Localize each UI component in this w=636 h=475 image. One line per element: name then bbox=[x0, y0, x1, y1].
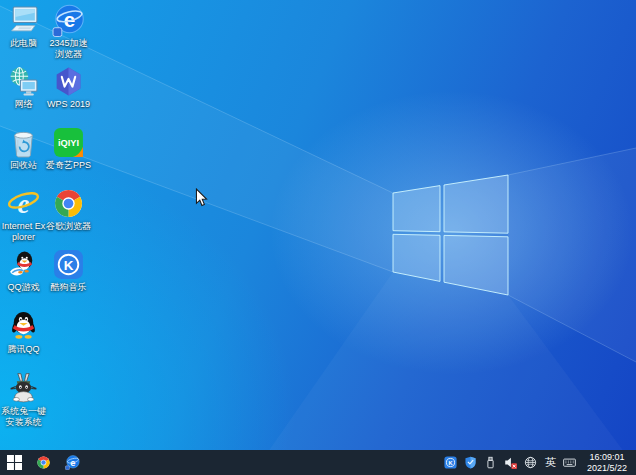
svg-text:K: K bbox=[64, 258, 74, 273]
taskbar-clock[interactable]: 16:09:01 2021/5/22 bbox=[583, 452, 631, 473]
taskbar-buttons: e bbox=[0, 450, 87, 475]
desktop-icon-tencent-qq[interactable]: 腾讯QQ bbox=[1, 310, 46, 355]
desktop-icon-label: 2345加速浏览器 bbox=[46, 38, 91, 60]
desktop-icon-label: 谷歌浏览器 bbox=[46, 221, 91, 232]
system-tray: K 英 16:09:01 2021/5/22 bbox=[444, 450, 636, 475]
desktop-icon-label: 回收站 bbox=[1, 160, 46, 171]
desktop-icon-label: QQ游戏 bbox=[1, 282, 46, 293]
wps-icon bbox=[52, 65, 85, 98]
desktop-icon-label: 系统兔一键安装系统 bbox=[1, 406, 46, 428]
chrome-icon bbox=[52, 187, 85, 220]
volume-muted-icon[interactable] bbox=[504, 456, 518, 470]
mouse-cursor bbox=[195, 188, 208, 208]
start-icon bbox=[7, 455, 22, 470]
desktop-icon-label: 网络 bbox=[1, 99, 46, 110]
taskbar-button-chrome[interactable] bbox=[29, 450, 58, 475]
desktop-icon-this-pc[interactable]: 此电脑 bbox=[1, 4, 46, 49]
taskbar-button-start[interactable] bbox=[0, 450, 29, 475]
desktop-icon-kugou-music[interactable]: K 酷狗音乐 bbox=[46, 248, 91, 293]
chrome-icon bbox=[36, 455, 51, 470]
rabbit-icon bbox=[7, 372, 40, 405]
desktop-icon-label: 此电脑 bbox=[1, 38, 46, 49]
network-globe-icon[interactable] bbox=[524, 456, 538, 470]
this-pc-icon bbox=[7, 4, 40, 37]
desktop-icon-label: WPS 2019 bbox=[46, 99, 91, 110]
desktop-icon-label: 腾讯QQ bbox=[1, 344, 46, 355]
desktop-icon-wps-2019[interactable]: WPS 2019 bbox=[46, 65, 91, 110]
clock-date: 2021/5/22 bbox=[587, 463, 627, 474]
desktop-icon-recycle-bin[interactable]: 回收站 bbox=[1, 126, 46, 171]
qq-icon bbox=[7, 310, 40, 343]
desktop-icon-internet-explorer[interactable]: e Internet Explorer bbox=[1, 187, 46, 243]
desktop-icon-qq-games[interactable]: QQ游戏 bbox=[1, 248, 46, 293]
desktop-icon-label: Internet Explorer bbox=[1, 221, 46, 243]
ime-indicator[interactable]: 英 bbox=[544, 450, 557, 475]
taskbar-button-2345-browser[interactable]: e bbox=[58, 450, 87, 475]
desktop-icon-label: 酷狗音乐 bbox=[46, 282, 91, 293]
kugou-icon: K bbox=[52, 248, 85, 281]
desktop-icon-label: 爱奇艺PPS bbox=[46, 160, 91, 171]
ie-icon: e bbox=[7, 187, 40, 220]
clock-time: 16:09:01 bbox=[587, 452, 627, 463]
e2345-icon: e bbox=[52, 4, 85, 37]
desktop: 此电脑 网络 回收站 e Internet Explorer QQ游戏 腾讯QQ… bbox=[0, 0, 636, 475]
security-shield-icon[interactable] bbox=[464, 456, 478, 470]
recycle-bin-icon bbox=[7, 126, 40, 159]
desktop-icon-2345-browser[interactable]: e 2345加速浏览器 bbox=[46, 4, 91, 60]
network-icon bbox=[7, 65, 40, 98]
qq-game-icon bbox=[7, 248, 40, 281]
e2345-icon: e bbox=[65, 455, 80, 470]
touch-keyboard-icon[interactable] bbox=[563, 456, 577, 470]
taskbar: e K 英 16:09:01 bbox=[0, 450, 636, 475]
desktop-icon-chrome[interactable]: 谷歌浏览器 bbox=[46, 187, 91, 232]
usb-device-icon[interactable] bbox=[484, 456, 498, 470]
desktop-icon-iqiyi-pps[interactable]: iQIYI 爱奇艺PPS bbox=[46, 126, 91, 171]
kugou-tray-icon[interactable]: K bbox=[444, 456, 458, 470]
desktop-icons-grid: 此电脑 网络 回收站 e Internet Explorer QQ游戏 腾讯QQ… bbox=[0, 0, 636, 450]
svg-text:iQIYI: iQIYI bbox=[58, 138, 79, 148]
desktop-icon-network[interactable]: 网络 bbox=[1, 65, 46, 110]
iqiyi-icon: iQIYI bbox=[52, 126, 85, 159]
desktop-icon-system-rabbit[interactable]: 系统兔一键安装系统 bbox=[1, 372, 46, 428]
